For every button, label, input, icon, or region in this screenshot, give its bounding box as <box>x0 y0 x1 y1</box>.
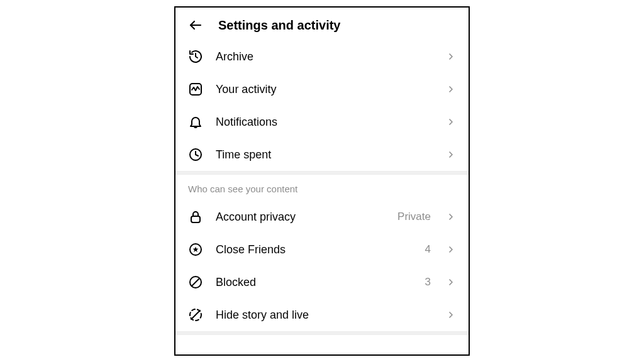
row-value: 4 <box>425 243 431 256</box>
back-icon[interactable] <box>188 18 203 33</box>
chevron-right-icon <box>446 212 456 222</box>
row-label: Archive <box>216 50 433 63</box>
svg-line-9 <box>191 310 200 319</box>
archive-icon <box>188 49 203 64</box>
row-label: Close Friends <box>216 243 413 256</box>
row-value: 3 <box>425 276 431 288</box>
blocked-icon <box>188 275 203 290</box>
chevron-right-icon <box>446 310 456 320</box>
section-header: Who can see your content <box>175 175 469 200</box>
svg-rect-3 <box>191 216 200 222</box>
lock-icon <box>188 209 203 224</box>
chevron-right-icon <box>446 117 456 127</box>
section-divider <box>175 331 469 335</box>
svg-marker-5 <box>193 247 199 252</box>
row-label: Account privacy <box>216 211 385 224</box>
row-your-activity[interactable]: Your activity <box>175 73 469 106</box>
row-account-privacy[interactable]: Account privacy Private <box>175 200 469 233</box>
settings-panel: Settings and activity Archive Your activ… <box>174 6 470 356</box>
chevron-right-icon <box>446 277 456 287</box>
chevron-right-icon <box>446 84 456 94</box>
row-archive[interactable]: Archive <box>175 40 469 73</box>
row-label: Notifications <box>216 116 433 129</box>
hide-story-icon <box>188 307 203 322</box>
row-label: Blocked <box>216 276 413 289</box>
header: Settings and activity <box>175 8 469 40</box>
star-circle-icon <box>188 242 203 257</box>
svg-line-7 <box>192 278 199 286</box>
bell-icon <box>188 114 203 129</box>
row-label: Hide story and live <box>216 309 433 322</box>
row-value: Private <box>397 211 431 223</box>
row-hide-story[interactable]: Hide story and live <box>175 299 469 331</box>
row-notifications[interactable]: Notifications <box>175 106 469 138</box>
row-blocked[interactable]: Blocked 3 <box>175 266 469 299</box>
page-title: Settings and activity <box>218 18 341 33</box>
chevron-right-icon <box>446 150 456 160</box>
chevron-right-icon <box>446 52 456 62</box>
activity-icon <box>188 82 203 97</box>
row-time-spent[interactable]: Time spent <box>175 138 469 171</box>
row-close-friends[interactable]: Close Friends 4 <box>175 233 469 266</box>
row-label: Your activity <box>216 83 433 96</box>
row-label: Time spent <box>216 148 433 162</box>
chevron-right-icon <box>446 244 456 255</box>
clock-icon <box>188 147 203 162</box>
